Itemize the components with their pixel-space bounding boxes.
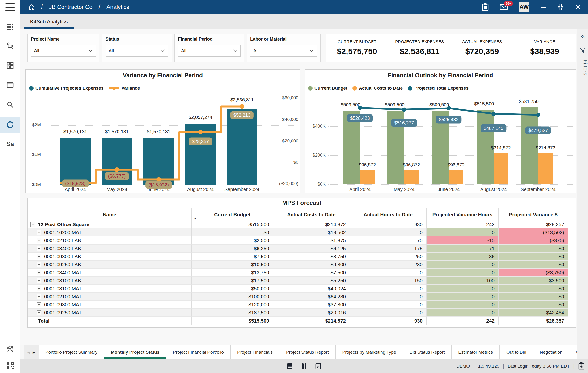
actual-costs-bar[interactable] <box>449 170 463 184</box>
tab-scroll-right-icon[interactable]: ▸ <box>32 349 35 355</box>
report-tab-project-status-report[interactable]: Project Status Report <box>280 345 336 359</box>
search-icon[interactable] <box>0 97 20 112</box>
hamburger-menu-icon[interactable] <box>5 3 15 11</box>
sage-brand-label[interactable]: Sa <box>0 141 20 148</box>
report-tab-projects-by-marketing-type[interactable]: Projects by Marketing Type <box>336 345 403 359</box>
columns-view-icon[interactable] <box>301 363 307 370</box>
breadcrumb-page[interactable]: Analytics <box>106 4 129 10</box>
workflow-icon[interactable] <box>0 39 20 53</box>
table-row[interactable]: +0001.16200.MAT$0$13,50200($13,502) <box>28 229 568 236</box>
collapse-row-button[interactable]: − <box>31 222 35 227</box>
filters-rail-label[interactable]: Filters <box>577 60 588 75</box>
x-axis-label: August 2024 <box>471 187 516 192</box>
actual-costs-bar[interactable] <box>360 170 375 184</box>
minimize-icon[interactable] <box>540 4 546 10</box>
cell-var_hours: 0 <box>426 292 498 301</box>
legend-item-projected-total-expenses[interactable]: Projected Total Expenses <box>408 86 469 91</box>
cell-var_dollars: ($3,750) <box>498 269 568 277</box>
cumulative-projected-expenses-bar[interactable] <box>227 109 257 185</box>
table-row[interactable]: +0001.09300.MAT$120,000$37,80000$0 <box>28 301 568 309</box>
report-tab-estimator-metrics[interactable]: Estimator Metrics <box>452 345 500 359</box>
projected-expenses-data-label: $525,432 <box>436 116 462 123</box>
column-header-projected-variance-[interactable]: Projected Variance $ <box>498 208 568 221</box>
cumulative-projected-expenses-bar[interactable] <box>60 138 91 185</box>
expand-row-button[interactable]: + <box>37 254 41 259</box>
collapse-filters-icon[interactable]: « <box>577 32 588 40</box>
row-name: 0001.09250.MAT <box>44 310 82 315</box>
project-name-dropdown[interactable]: All <box>31 45 96 57</box>
expand-row-button[interactable]: + <box>37 310 41 315</box>
legend-item-variance[interactable]: Variance <box>109 86 140 91</box>
table-row[interactable]: +0001.03100.LAB$17,500$5,250150100$3,500 <box>28 277 568 285</box>
cell-actual: $64,230 <box>273 292 350 301</box>
expand-row-button[interactable]: + <box>37 302 41 307</box>
table-row[interactable]: +0001.02100.LAB$2,500$1,87575-15($375) <box>28 236 568 244</box>
user-avatar[interactable]: AW <box>519 2 529 12</box>
column-header-actual-hours-to-date[interactable]: Actual Hours to Date <box>350 208 426 221</box>
table-row[interactable]: +0001.09250.MAT$187,500$20,01600$42,484 <box>28 309 568 317</box>
cell-actual: $7,500 <box>273 269 350 277</box>
expand-row-button[interactable]: + <box>37 286 41 291</box>
table-row[interactable]: +0001.09250.LAB$10,500$9,8002800$0 <box>28 261 568 269</box>
expand-row-button[interactable]: + <box>37 262 41 267</box>
add-user-icon[interactable] <box>0 341 20 356</box>
dashboard-icon[interactable] <box>0 58 20 73</box>
table-row[interactable]: +0001.02100.MAT$100,000$64,23000$0 <box>28 292 568 301</box>
filter-label: Financial Period <box>178 37 213 42</box>
legend-label: Cumulative Projected Expenses <box>35 86 103 91</box>
qr-code-icon[interactable] <box>0 358 20 373</box>
home-icon[interactable] <box>28 4 35 10</box>
column-header-actual-costs-to-date[interactable]: Actual Costs to Date <box>273 208 350 221</box>
report-tab-portfolio-project-summary[interactable]: Portfolio Project Summary <box>39 345 104 359</box>
expand-row-button[interactable]: + <box>37 238 41 243</box>
rows-view-icon[interactable] <box>287 363 293 370</box>
filter-funnel-icon[interactable] <box>580 47 586 53</box>
actual-costs-bar[interactable] <box>404 170 419 184</box>
expand-row-button[interactable]: + <box>37 270 41 275</box>
mail-icon[interactable]: 99+ <box>500 4 508 10</box>
clipboard-icon[interactable] <box>482 3 489 11</box>
y-axis-tick-right: $40,000 <box>273 117 298 122</box>
sync-icon-active[interactable] <box>0 117 20 132</box>
table-row[interactable]: +0001.09300.LAB$7,500$8,75025086$0 <box>28 252 568 261</box>
financial-period-dropdown[interactable]: All <box>178 45 241 57</box>
table-row[interactable]: +0001.03400.MAT$13,750$7,50000($3,750) <box>28 269 568 277</box>
breadcrumb-company[interactable]: JB Contractor Co <box>49 4 93 10</box>
calendar-icon[interactable] <box>0 77 20 92</box>
close-icon[interactable] <box>575 4 581 10</box>
legend-item-cumulative-projected-expenses[interactable]: Cumulative Projected Expenses <box>29 86 103 91</box>
tab-scroll-left-icon[interactable]: ◂ <box>27 349 30 355</box>
column-header-name[interactable]: Name <box>28 208 191 221</box>
legend-item-actual-costs-to-date[interactable]: Actual Costs to Date <box>352 86 403 91</box>
document-view-icon[interactable] <box>315 363 321 370</box>
legend-item-current-budget[interactable]: Current Budget <box>308 86 347 91</box>
table-row[interactable]: +0001.03400.LAB$6,250$6,12517571$0 <box>28 244 568 252</box>
report-tab-project-financials[interactable]: Project Financials <box>231 345 280 359</box>
report-tab-bid-status-report[interactable]: Bid Status Report <box>403 345 452 359</box>
table-row[interactable]: +0001.03100.MAT$50,000$40,02400$0 <box>28 285 568 292</box>
apps-grid-icon[interactable] <box>0 19 20 34</box>
table-total-row[interactable]: Total$515,500$214,872930242$28,357 <box>28 317 568 325</box>
cumulative-projected-expenses-bar[interactable] <box>143 138 174 185</box>
labor-material-dropdown[interactable]: All <box>250 45 317 57</box>
expand-row-button[interactable]: + <box>37 294 41 299</box>
actual-costs-bar[interactable] <box>494 153 508 184</box>
report-tab-project-financial-portfolio[interactable]: Project Financial Portfolio <box>167 345 231 359</box>
expand-row-button[interactable]: + <box>37 246 41 251</box>
cumulative-projected-expenses-bar[interactable] <box>185 124 216 185</box>
actual-costs-bar[interactable] <box>538 153 553 184</box>
x-axis-label: September 2024 <box>516 187 561 192</box>
expand-row-button[interactable]: + <box>37 230 41 235</box>
cell-budget: $10,500 <box>191 261 273 269</box>
report-tab-monthly-project-status[interactable]: Monthly Project Status <box>104 345 167 359</box>
expand-row-button[interactable]: + <box>37 278 41 283</box>
column-header-projected-variance-hours[interactable]: Projected Variance Hours <box>426 208 498 221</box>
column-header-current-budget[interactable]: Current Budget▲ <box>191 208 273 221</box>
report-tab-negotiation[interactable]: Negotiation <box>533 345 569 359</box>
report-tab-out-to-bid[interactable]: Out to Bid <box>500 345 533 359</box>
activity-clipboard-icon[interactable] <box>578 363 585 370</box>
status-dropdown[interactable]: All <box>105 45 168 57</box>
restore-window-icon[interactable] <box>557 4 564 10</box>
report-tabs: Portfolio Project SummaryMonthly Project… <box>39 345 588 359</box>
table-row[interactable]: −12 Post Office Square$515,500$214,87293… <box>28 221 568 229</box>
